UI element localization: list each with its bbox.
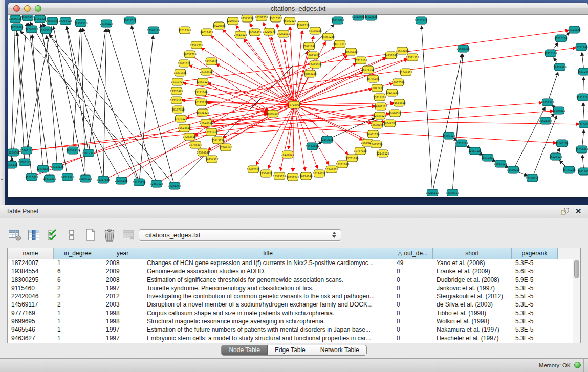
graph-node[interactable]: 81213124 <box>576 94 588 101</box>
graph-node[interactable]: 18575122 <box>344 48 357 55</box>
graph-node[interactable]: 20165123 <box>100 20 113 27</box>
graph-node[interactable]: 90124124 <box>568 26 580 33</box>
graph-node[interactable]: 16047427 <box>371 84 383 92</box>
tab-node-table[interactable]: Node Table <box>222 345 268 355</box>
network-graph[interactable]: 1872400727514731260317332603171118301425… <box>8 15 588 196</box>
graph-node[interactable]: 10621243 <box>539 117 552 124</box>
graph-node[interactable]: 28112412 <box>415 17 427 24</box>
graph-node[interactable]: 76134148 <box>299 172 312 180</box>
graph-node[interactable]: 12148124 <box>376 150 389 157</box>
graph-node[interactable]: 10412312 <box>43 175 56 182</box>
graph-node[interactable]: 27514731 <box>190 41 203 49</box>
graph-node[interactable]: 17483013 <box>309 61 321 68</box>
table-row[interactable]: 946362711997Embryonic stem cells: a mode… <box>8 334 573 342</box>
graph-node[interactable]: 16261512 <box>277 30 290 37</box>
graph-node[interactable]: 16412431 <box>577 168 588 175</box>
left-sash-strip[interactable]: ▸ <box>0 0 5 205</box>
graph-node[interactable]: 74851243 <box>384 52 397 59</box>
column-header-short[interactable]: short <box>433 248 512 259</box>
graph-node[interactable]: 16951754 <box>366 130 379 138</box>
graph-node[interactable]: 91544913 <box>399 69 412 76</box>
graph-node[interactable]: 12056343 <box>9 15 21 23</box>
graph-node[interactable]: 16162127 <box>374 103 387 110</box>
graph-node[interactable]: 42753124 <box>196 78 209 85</box>
graph-node[interactable]: 15495754 <box>369 141 382 148</box>
graph-node[interactable]: 11595812 <box>552 107 565 114</box>
graph-node[interactable]: 12148513 <box>325 166 338 173</box>
column-header-pagerank[interactable]: pagerank <box>512 248 558 259</box>
graph-node[interactable]: 15981241 <box>302 42 315 50</box>
graph-node[interactable]: 96112341 <box>61 173 74 181</box>
graph-node[interactable]: 92450312 <box>446 189 459 196</box>
graph-node[interactable]: 18549321 <box>383 120 396 127</box>
graph-node[interactable]: 15134948 <box>306 143 318 150</box>
graph-node[interactable]: 12186512 <box>526 174 538 182</box>
graph-node[interactable]: 26031733 <box>183 51 196 58</box>
table-row[interactable]: 969969511998Structural magnetic resonanc… <box>8 317 573 325</box>
graph-node[interactable]: 11060124 <box>555 140 568 147</box>
tab-network-table[interactable]: Network Table <box>313 345 366 355</box>
graph-node[interactable]: 16875312 <box>361 66 374 73</box>
graph-node[interactable]: 15413254 <box>211 137 224 144</box>
graph-node[interactable]: 17873122 <box>174 115 187 122</box>
graph-node[interactable]: 15951243 <box>541 99 554 106</box>
graph-node[interactable]: 92731243 <box>575 43 587 51</box>
graph-node[interactable]: 16216112 <box>426 189 439 196</box>
graph-node[interactable]: 12031424 <box>575 146 588 153</box>
graph-node[interactable]: 26005012 <box>25 26 38 33</box>
graph-node[interactable]: 16187318 <box>171 106 184 113</box>
graph-node[interactable]: 67919124 <box>455 140 468 147</box>
graph-node[interactable]: 16412341 <box>577 68 588 75</box>
graph-node[interactable]: 15295123 <box>20 147 33 154</box>
graph-node[interactable]: 92450124 <box>150 180 163 187</box>
graph-node[interactable]: 17522413 <box>200 119 212 126</box>
graph-node[interactable]: 17104501 <box>578 121 588 128</box>
table-row[interactable]: 1456911722003Disruption of a novel membe… <box>8 300 573 309</box>
network-canvas[interactable]: 1872400727514731260317332603171118301425… <box>8 15 588 196</box>
table-settings-icon[interactable] <box>7 228 23 242</box>
graph-node[interactable]: 11751243 <box>345 155 358 162</box>
graph-node[interactable]: 24204812 <box>205 58 217 65</box>
graph-node[interactable]: 23153412 <box>200 68 212 75</box>
graph-node[interactable]: 96013212 <box>333 40 346 48</box>
graph-node[interactable]: 10220834 <box>212 22 225 29</box>
graph-node[interactable]: 18312512 <box>123 17 136 24</box>
memory-ok-indicator-icon[interactable] <box>574 362 581 368</box>
graph-node[interactable]: 18724007 <box>288 101 300 108</box>
graph-node[interactable]: 95515124 <box>554 35 567 42</box>
graph-node[interactable]: 18731241 <box>286 173 299 181</box>
graph-node[interactable]: 12142124 <box>320 136 333 143</box>
graph-node[interactable]: 10356124 <box>59 17 72 25</box>
graph-node[interactable]: 23181240 <box>194 89 207 96</box>
table-row[interactable]: 1872400712008Changes of HCN gene express… <box>8 259 573 267</box>
close-icon[interactable]: ✕ <box>573 207 584 216</box>
table-row[interactable]: 977716911998Corpus callosum shape and si… <box>8 309 573 317</box>
graph-node[interactable]: 32011243 <box>178 27 191 34</box>
tab-edge-table[interactable]: Edge Table <box>268 345 313 355</box>
graph-node[interactable]: 81312401 <box>352 15 364 20</box>
table-row[interactable]: 2242004622012Investigating the contribut… <box>8 292 573 300</box>
graph-node[interactable]: 76231243 <box>168 182 181 189</box>
graph-node[interactable]: 17364812 <box>259 170 272 177</box>
graph-node[interactable]: 16648784 <box>456 45 469 52</box>
graph-node[interactable]: 16124124 <box>51 163 63 170</box>
graph-node[interactable]: 26031711 <box>178 60 190 67</box>
graph-node[interactable]: 18301425 <box>173 69 186 76</box>
graph-node[interactable]: 22040124 <box>373 112 386 119</box>
graph-node[interactable]: 17534149 <box>197 149 209 156</box>
column-header-in_degree[interactable]: in_degree <box>54 248 102 259</box>
graph-node[interactable]: 16019721 <box>171 78 184 85</box>
graph-node[interactable]: 87533124 <box>241 15 253 22</box>
graph-node[interactable]: 18105124 <box>133 179 145 186</box>
graph-node[interactable]: 18012312 <box>481 154 494 161</box>
graph-node[interactable]: 18300295 <box>266 110 279 117</box>
graph-node[interactable]: 95853124 <box>303 70 316 77</box>
graph-node[interactable]: 16093124 <box>494 160 507 167</box>
graph-node[interactable]: 17364140 <box>219 144 232 151</box>
graph-node[interactable]: 19734913 <box>553 63 566 71</box>
select-column-icon[interactable] <box>26 228 41 242</box>
graph-node[interactable]: 77713124 <box>354 57 367 64</box>
graph-node[interactable]: 12317124 <box>97 176 110 183</box>
graph-node[interactable]: 66136124 <box>309 27 321 34</box>
graph-node[interactable]: 12950124 <box>468 147 481 155</box>
